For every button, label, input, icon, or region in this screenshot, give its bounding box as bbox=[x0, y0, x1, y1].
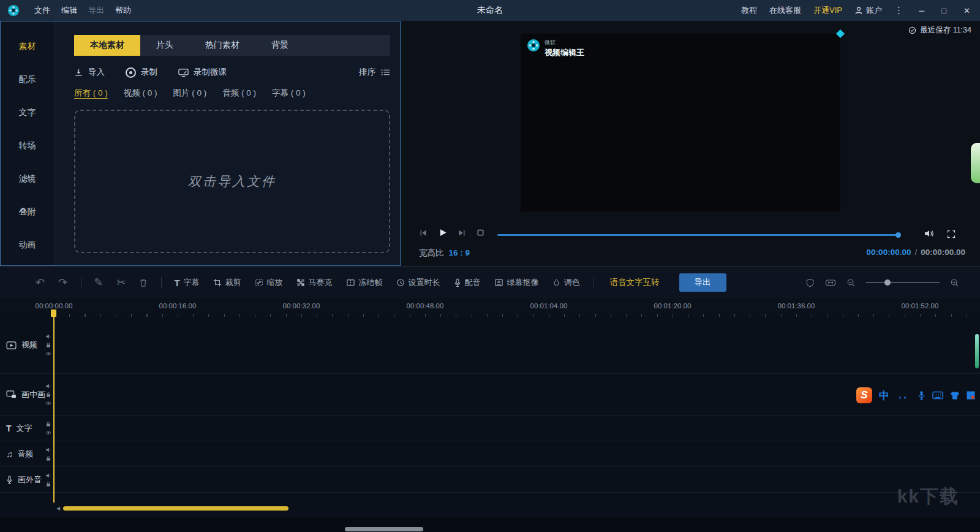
color-grading-tool-button[interactable]: 调色 bbox=[552, 277, 580, 288]
visibility-icon[interactable] bbox=[45, 430, 51, 436]
sidebar-item-filter[interactable]: 滤镜 bbox=[1, 162, 54, 196]
redo-button[interactable]: ↷ bbox=[58, 277, 67, 288]
play-button[interactable] bbox=[438, 228, 447, 237]
ime-punctuation-mode[interactable]: ，。 bbox=[896, 390, 911, 401]
mute-icon[interactable] bbox=[45, 447, 51, 453]
mute-icon[interactable] bbox=[45, 333, 51, 340]
lock-icon[interactable] bbox=[45, 455, 51, 462]
video-track-lane[interactable] bbox=[55, 317, 980, 373]
seek-bar[interactable] bbox=[497, 234, 899, 236]
playhead-line[interactable] bbox=[53, 310, 55, 503]
sidebar-item-overlay[interactable]: 叠附 bbox=[1, 196, 54, 229]
crop-tool-button[interactable]: 裁剪 bbox=[213, 277, 241, 288]
maximize-button[interactable]: □ bbox=[939, 6, 949, 15]
stop-button[interactable] bbox=[477, 229, 484, 237]
sidebar-item-text[interactable]: 文字 bbox=[1, 96, 54, 129]
support-link[interactable]: 在线客服 bbox=[769, 5, 801, 16]
audio-track-lane[interactable] bbox=[55, 441, 980, 466]
menu-file[interactable]: 文件 bbox=[34, 5, 50, 16]
next-frame-button[interactable] bbox=[458, 229, 466, 237]
filter-picture[interactable]: 图片 ( 0 ) bbox=[173, 88, 207, 99]
minimize-button[interactable]: ─ bbox=[916, 6, 927, 15]
lock-icon[interactable] bbox=[45, 392, 51, 398]
greenscreen-tool-button[interactable]: 绿幕抠像 bbox=[494, 277, 539, 288]
seek-handle[interactable] bbox=[895, 232, 901, 238]
sidebar-item-material[interactable]: 素材 bbox=[1, 30, 54, 63]
ime-skin-icon[interactable] bbox=[950, 391, 960, 400]
tab-hot-material[interactable]: 热门素材 bbox=[189, 35, 255, 56]
selection-badge-icon[interactable] bbox=[836, 29, 845, 38]
timeline-hscrollbar[interactable] bbox=[63, 506, 288, 511]
vip-link[interactable]: 开通VIP bbox=[813, 5, 842, 16]
video-canvas[interactable]: 微软 视频编辑王 bbox=[521, 34, 840, 211]
more-menu-icon[interactable]: ⋮ bbox=[894, 5, 904, 16]
account-button[interactable]: 账户 bbox=[854, 5, 882, 16]
import-button[interactable]: 导入 bbox=[74, 67, 105, 78]
delete-button[interactable] bbox=[139, 278, 148, 287]
mute-icon[interactable] bbox=[45, 383, 51, 389]
lock-icon[interactable] bbox=[45, 481, 51, 487]
cut-button[interactable]: ✂ bbox=[116, 277, 126, 288]
tab-intro[interactable]: 片头 bbox=[140, 35, 189, 56]
sort-button[interactable]: 排序 bbox=[359, 67, 390, 78]
zoom-in-icon[interactable] bbox=[950, 278, 959, 287]
timeline-ruler[interactable]: 00:00:00.00 00:00:16.00 00:00:32.00 00:0… bbox=[0, 298, 980, 317]
edge-floating-widget[interactable] bbox=[971, 143, 980, 183]
menu-help[interactable]: 帮助 bbox=[115, 5, 131, 16]
lock-icon[interactable] bbox=[45, 342, 51, 348]
visibility-icon[interactable] bbox=[45, 400, 51, 406]
ime-toolbox-icon[interactable] bbox=[967, 391, 975, 400]
zoom-tool-button[interactable]: 缩放 bbox=[255, 277, 283, 288]
previous-frame-button[interactable] bbox=[419, 229, 428, 237]
export-button[interactable]: 导出 bbox=[679, 273, 726, 292]
filter-video[interactable]: 视频 ( 0 ) bbox=[124, 88, 157, 99]
menu-edit[interactable]: 编辑 bbox=[61, 5, 77, 16]
freeze-frame-tool-button[interactable]: 冻结帧 bbox=[346, 277, 383, 288]
sidebar-item-music[interactable]: 配乐 bbox=[1, 63, 54, 96]
sidebar-item-transition[interactable]: 转场 bbox=[1, 129, 54, 162]
timeline-zoom-slider[interactable] bbox=[866, 279, 940, 286]
record-button[interactable]: 录制 bbox=[126, 67, 157, 78]
lock-icon[interactable] bbox=[45, 421, 51, 427]
ime-logo-icon[interactable]: S bbox=[856, 387, 872, 403]
subtitle-tool-button[interactable]: T字幕 bbox=[174, 277, 199, 288]
tutorial-link[interactable]: 教程 bbox=[741, 5, 757, 16]
zoom-out-icon[interactable] bbox=[846, 278, 856, 287]
tab-background[interactable]: 背景 bbox=[255, 35, 304, 56]
text-track-lane[interactable] bbox=[55, 416, 980, 441]
mosaic-tool-button[interactable]: 马赛克 bbox=[296, 277, 333, 288]
filter-all[interactable]: 所有 ( 0 ) bbox=[74, 88, 108, 99]
set-duration-tool-button[interactable]: 设置时长 bbox=[396, 277, 440, 288]
pip-track-lane[interactable] bbox=[55, 374, 980, 415]
voiceover-track-icon bbox=[6, 476, 13, 484]
scroll-left-arrow-icon[interactable]: ◀ bbox=[56, 506, 60, 511]
timeline-vscrollbar[interactable] bbox=[975, 334, 979, 368]
edit-pencil-button[interactable]: ✎ bbox=[94, 277, 103, 288]
ime-mic-icon[interactable] bbox=[918, 390, 925, 400]
fit-timeline-icon[interactable] bbox=[825, 278, 836, 287]
filter-subtitle[interactable]: 字幕 ( 0 ) bbox=[272, 88, 306, 99]
undo-button[interactable]: ↶ bbox=[36, 277, 45, 288]
mute-icon[interactable] bbox=[45, 473, 51, 479]
sidebar-item-animation[interactable]: 动画 bbox=[1, 229, 54, 262]
tab-local-material[interactable]: 本地素材 bbox=[74, 35, 140, 56]
voiceover-track-lane[interactable] bbox=[55, 467, 980, 492]
record-lesson-button[interactable]: 录制微课 bbox=[178, 67, 227, 78]
speech-text-button[interactable]: 语音文字互转 bbox=[606, 276, 663, 289]
fullscreen-icon[interactable] bbox=[947, 230, 956, 238]
titlebar: 文件 编辑 导出 帮助 未命名 教程 在线客服 开通VIP 账户 ⋮ ─ □ ✕ bbox=[0, 0, 980, 21]
ime-keyboard-icon[interactable] bbox=[932, 391, 943, 400]
shield-icon[interactable] bbox=[805, 278, 815, 287]
menu-export[interactable]: 导出 bbox=[88, 5, 104, 16]
aspect-ratio[interactable]: 宽高比16 : 9 bbox=[419, 248, 470, 259]
close-button[interactable]: ✕ bbox=[961, 6, 973, 15]
import-dropzone[interactable]: 双击导入文件 bbox=[74, 110, 390, 253]
visibility-icon[interactable] bbox=[45, 351, 51, 357]
ime-language-mode[interactable]: 中 bbox=[879, 389, 889, 403]
dubbing-tool-button[interactable]: 配音 bbox=[454, 277, 481, 288]
filter-audio[interactable]: 音频 ( 0 ) bbox=[222, 88, 256, 99]
zoom-slider-handle[interactable] bbox=[884, 279, 891, 286]
volume-icon[interactable] bbox=[924, 229, 935, 238]
video-track-header: 视频 bbox=[0, 317, 54, 373]
video-track-icon bbox=[6, 341, 17, 349]
